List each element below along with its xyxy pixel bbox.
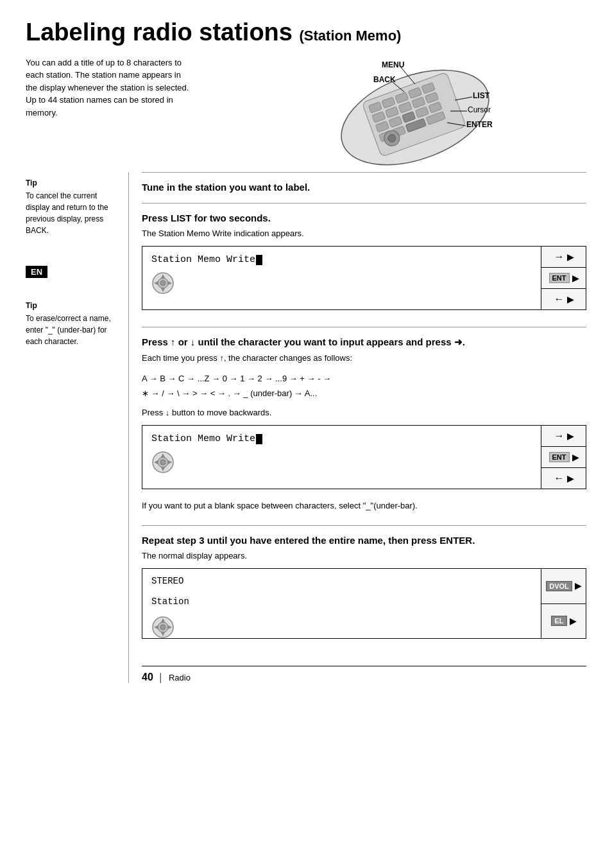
- joystick-icon-2: [151, 451, 174, 474]
- tip-1-title: Tip: [26, 178, 122, 187]
- display-btn-arrow-right-2[interactable]: → ▶: [541, 426, 586, 447]
- display-text-2: Station Memo Write: [151, 433, 255, 444]
- cursor-2: [256, 434, 262, 444]
- display-btn-ent-1[interactable]: ENT ▶: [541, 268, 586, 289]
- page-container: Labeling radio stations (Station Memo) Y…: [0, 0, 612, 702]
- display-btn-back-1[interactable]: ← ▶: [541, 289, 586, 309]
- btn-arrow-el: ▶: [570, 616, 576, 626]
- remote-svg: MENU BACK LIST Cursor ENTER: [287, 53, 505, 169]
- ent-label-1: ENT: [549, 273, 570, 283]
- left-sidebar: Tip To cancel the current display and re…: [26, 172, 128, 683]
- display-screen-3: STEREO Station: [142, 569, 541, 638]
- arrow-left-icon-1: ←: [554, 293, 565, 305]
- display-stereo: STEREO: [151, 576, 183, 586]
- cursor-label: Cursor: [468, 105, 491, 114]
- tip-1-text: To cancel the current display and return…: [26, 190, 122, 236]
- btn-arrow-right-1: ▶: [567, 252, 574, 262]
- title-main: Labeling radio stations: [26, 19, 293, 46]
- step-3: Press ↑ or ↓ until the character you wan…: [142, 327, 586, 525]
- step-3-desc: Each time you press ↑, the character cha…: [142, 352, 586, 365]
- arrow-left-icon-2: ←: [554, 473, 565, 484]
- joystick-icon-1: [151, 272, 174, 295]
- display-station: Station: [151, 596, 189, 607]
- display-screen-1: Station Memo Write: [142, 247, 541, 309]
- display-screen-2: Station Memo Write: [142, 426, 541, 489]
- btn-arrow-back-2: ▶: [567, 474, 574, 483]
- svg-point-34: [160, 281, 166, 286]
- dvol-label: DVOL: [546, 581, 572, 591]
- enter-label: ENTER: [466, 120, 493, 129]
- step-1: Tune in the station you want to label.: [142, 172, 586, 203]
- tip-2: Tip To erase/correct a name, enter "_" (…: [26, 301, 122, 347]
- step-3-title: Press ↑ or ↓ until the character you wan…: [142, 336, 586, 348]
- footer-separator: │: [158, 673, 164, 682]
- main-content: Tip To cancel the current display and re…: [26, 172, 586, 683]
- intro-text: You can add a title of up to 8 character…: [26, 56, 192, 119]
- en-badge: EN: [26, 266, 47, 278]
- char-sequence: A → B → C → ...Z → 0 → 1 → 2 → ...9 → + …: [142, 371, 586, 401]
- display-buttons-2: → ▶ ENT ▶ ← ▶: [541, 426, 586, 489]
- bottom-bar: 40 │ Radio: [142, 666, 586, 683]
- step-4-title: Repeat step 3 until you have entered the…: [142, 535, 586, 546]
- btn-arrow-dvol: ▶: [575, 581, 581, 591]
- btn-arrow-ent-2: ▶: [572, 453, 579, 462]
- el-label: EL: [551, 616, 566, 626]
- menu-label: MENU: [382, 60, 404, 69]
- btn-arrow-right-2: ▶: [567, 431, 574, 441]
- display-row-stereo: STEREO: [151, 574, 532, 588]
- step-3-after-note: If you want to put a blank space between…: [142, 499, 586, 512]
- step-4: Repeat step 3 until you have entered the…: [142, 525, 586, 656]
- display-btn-arrow-right-1[interactable]: → ▶: [541, 247, 586, 268]
- page-number: 40: [142, 672, 153, 683]
- step-4-desc: The normal display appears.: [142, 550, 586, 562]
- char-seq-line1: A → B → C → ...Z → 0 → 1 → 2 → ...9 → + …: [142, 374, 331, 383]
- svg-point-48: [160, 625, 166, 630]
- step-2-desc: The Station Memo Write indication appear…: [142, 227, 586, 240]
- display-row-text-2: Station Memo Write: [151, 433, 532, 444]
- display-btn-el[interactable]: EL ▶: [541, 604, 586, 639]
- display-mockup-2: Station Memo Write: [142, 425, 586, 489]
- display-row-station: Station: [151, 595, 532, 609]
- page-title: Labeling radio stations (Station Memo): [26, 19, 586, 46]
- cursor-1: [256, 255, 262, 265]
- btn-arrow-ent-1: ▶: [572, 273, 579, 283]
- step-1-title: Tune in the station you want to label.: [142, 182, 586, 193]
- tip-2-text: To erase/correct a name, enter "_" (unde…: [26, 313, 122, 347]
- tip-1: Tip To cancel the current display and re…: [26, 178, 122, 236]
- remote-illustration: MENU BACK LIST Cursor ENTER: [205, 56, 586, 166]
- arrow-right-icon-1: →: [554, 251, 565, 263]
- display-btn-back-2[interactable]: ← ▶: [541, 468, 586, 489]
- ent-label-2: ENT: [549, 452, 570, 462]
- display-buttons-1: → ▶ ENT ▶ ← ▶: [541, 247, 586, 309]
- step-2: Press LIST for two seconds. The Station …: [142, 203, 586, 327]
- char-seq-line2: ∗ → / → \ → > → < → . → _ (under-bar) → …: [142, 388, 317, 398]
- right-content: Tune in the station you want to label. P…: [128, 172, 586, 683]
- display-btn-dvol[interactable]: DVOL ▶: [541, 569, 586, 604]
- display-mockup-3: STEREO Station: [142, 568, 586, 639]
- display-row-icon-3: [151, 616, 532, 639]
- display-row-icon-1: [151, 272, 532, 295]
- svg-point-41: [160, 460, 166, 465]
- top-section: You can add a title of up to 8 character…: [26, 56, 586, 166]
- back-label: BACK: [373, 75, 396, 84]
- display-text-1: Station Memo Write: [151, 254, 255, 265]
- display-row-text-1: Station Memo Write: [151, 254, 532, 265]
- arrow-right-icon-2: →: [554, 430, 565, 442]
- display-row-icon-2: [151, 451, 532, 474]
- list-label: LIST: [473, 91, 490, 100]
- btn-arrow-back-1: ▶: [567, 295, 574, 304]
- joystick-icon-3: [151, 616, 174, 639]
- footer-section: Radio: [169, 673, 191, 682]
- display-mockup-1: Station Memo Write: [142, 246, 586, 310]
- step-3-note: Press ↓ button to move backwards.: [142, 406, 586, 419]
- title-subtitle: (Station Memo): [300, 28, 402, 44]
- tip-2-title: Tip: [26, 301, 122, 310]
- step-2-title: Press LIST for two seconds.: [142, 213, 586, 223]
- display-buttons-3: DVOL ▶ EL ▶: [541, 569, 586, 638]
- display-btn-ent-2[interactable]: ENT ▶: [541, 447, 586, 468]
